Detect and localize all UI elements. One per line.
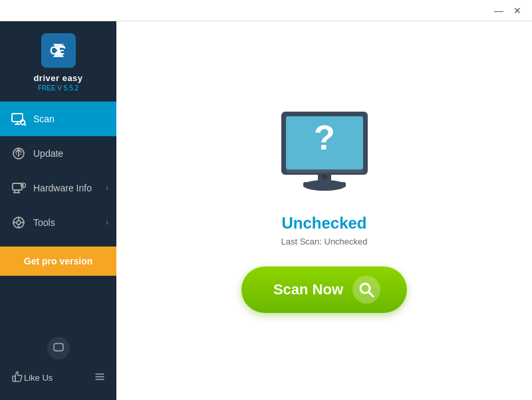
monitor-svg: ? [271, 108, 378, 198]
hardware-info-label: Hardware Info [33, 183, 92, 193]
svg-rect-24 [13, 376, 15, 381]
sidebar-bottom: Like Us [0, 332, 116, 400]
app-version: FREE V 5.5.2 [38, 84, 78, 92]
tools-label: Tools [33, 217, 55, 228]
app-name: driver easy [33, 73, 82, 83]
sidebar-item-scan[interactable]: Scan [0, 102, 116, 136]
like-us-button[interactable]: Like Us [0, 362, 116, 393]
scan-now-label: Scan Now [273, 281, 343, 298]
minimize-button[interactable]: — [489, 1, 508, 20]
title-bar: — ✕ [0, 0, 532, 21]
sidebar-logo: CE driver easy FREE V 5.5.2 [0, 21, 116, 102]
hardware-icon [11, 180, 27, 196]
scan-now-button[interactable]: Scan Now [241, 266, 407, 313]
scan-label: Scan [33, 114, 55, 124]
svg-point-35 [322, 174, 327, 179]
svg-rect-10 [13, 183, 22, 190]
thumbs-up-icon [11, 370, 24, 385]
main-content: ? Unchecked Last Scan: Unchecked Scan No… [116, 21, 532, 400]
update-icon [11, 146, 27, 161]
last-scan-label: Last Scan: [281, 237, 324, 247]
like-us-label: Like Us [24, 373, 53, 383]
svg-point-18 [17, 221, 21, 225]
svg-rect-34 [286, 169, 363, 173]
sidebar-item-update[interactable]: Update [0, 136, 116, 171]
svg-rect-33 [303, 182, 346, 187]
sidebar-item-hardware-info[interactable]: Hardware Info › [0, 171, 116, 205]
app-logo-icon: CE [41, 33, 76, 68]
sidebar: CE driver easy FREE V 5.5.2 Scan [0, 21, 116, 400]
last-scan-value: Unchecked [325, 237, 368, 247]
get-pro-button[interactable]: Get pro version [0, 247, 116, 276]
last-scan-text: Last Scan: Unchecked [281, 237, 367, 247]
sidebar-item-tools[interactable]: Tools › [0, 205, 116, 240]
svg-line-7 [25, 124, 26, 126]
svg-point-16 [23, 187, 24, 187]
tools-chevron: › [106, 218, 108, 227]
update-label: Update [33, 148, 63, 159]
scan-search-icon [352, 276, 380, 304]
svg-text:CE: CE [50, 45, 65, 56]
logo-svg: CE [47, 39, 70, 62]
status-title: Unchecked [281, 214, 366, 233]
monitor-illustration: ? [271, 108, 378, 201]
list-icon [94, 371, 106, 385]
tools-icon [11, 215, 27, 231]
close-button[interactable]: ✕ [508, 1, 527, 20]
hardware-info-chevron: › [106, 183, 108, 193]
svg-line-37 [369, 292, 374, 297]
svg-rect-23 [54, 344, 63, 351]
app-body: CE driver easy FREE V 5.5.2 Scan [0, 21, 532, 400]
svg-text:?: ? [314, 118, 335, 157]
chat-bubble-button[interactable] [47, 337, 70, 359]
scan-icon [11, 111, 27, 127]
